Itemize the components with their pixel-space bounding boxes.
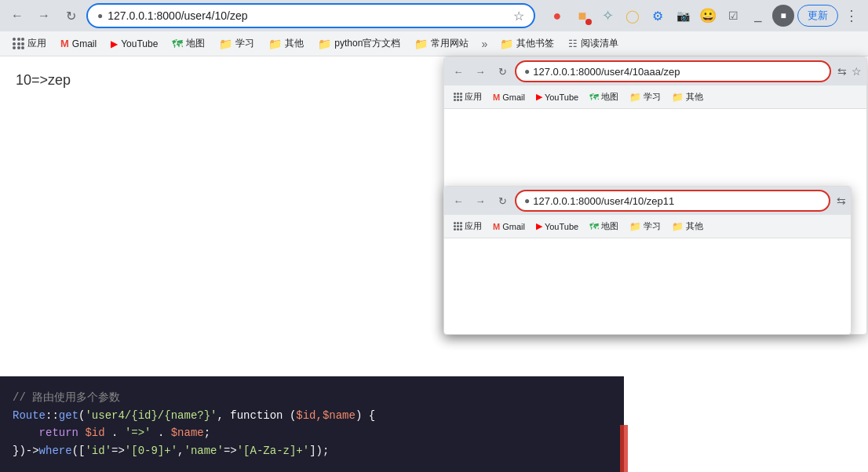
popup2-apps-icon [454, 222, 462, 231]
security-icon: ● [97, 10, 103, 21]
popup1-maps-label: 地图 [601, 91, 618, 103]
popup2-translate-icon[interactable]: ⇆ [837, 194, 846, 207]
popup1-address-text: 127.0.0.1:8000/user4/10aaa/zep [533, 66, 680, 78]
popup2-security-icon: ● [524, 195, 530, 206]
extension-icon-5[interactable]: ⚙ [647, 5, 669, 27]
popup2-bookmark-apps[interactable]: 应用 [449, 219, 487, 234]
folder-study-icon: 📁 [219, 38, 232, 50]
popup1-back[interactable]: ← [449, 62, 468, 81]
bookmark-study[interactable]: 📁 学习 [213, 34, 261, 53]
apps-label: 应用 [27, 37, 46, 50]
popup1-other-icon: 📁 [672, 92, 684, 103]
popup1-bookmark-apps[interactable]: 应用 [449, 89, 487, 104]
code-comment: // 路由使用多个参数 [13, 391, 120, 404]
browser-chrome: ← → ↻ ● 127.0.0.1:8000/user4/10/zep ☆ ● … [0, 0, 868, 31]
popup1-forward[interactable]: → [471, 62, 490, 81]
other-label: 其他 [285, 37, 304, 50]
popup1-maps-icon: 🗺 [589, 92, 599, 103]
popup1-apps-icon [454, 93, 462, 101]
popup1-bookmark-maps[interactable]: 🗺 地图 [585, 89, 623, 104]
popup-browser-2: ← → ↻ ● 127.0.0.1:8000/user4/10/zep11 ⇆ … [443, 186, 852, 335]
python-label: python官方文档 [334, 37, 400, 50]
bookmark-youtube[interactable]: ▶ YouTube [104, 36, 164, 52]
popup1-gmail-label: Gmail [502, 93, 525, 102]
code-line-2: Route::get('user4/{id}/{name?}', functio… [13, 407, 611, 424]
maps-label: 地图 [186, 37, 205, 50]
maps-icon: 🗺 [172, 38, 183, 50]
bookmark-python[interactable]: 📁 python官方文档 [312, 34, 407, 53]
toolbar-icons: ● ■ ✧ ◯ ⚙ 📷 😀 ☑ ⎯ ■ 更新 ⋮ [546, 4, 862, 27]
popup-chrome-2: ← → ↻ ● 127.0.0.1:8000/user4/10/zep11 ⇆ [444, 187, 851, 215]
forward-button[interactable]: → [33, 5, 55, 27]
extension-icon-9[interactable]: ⎯ [747, 5, 769, 27]
reload-button[interactable]: ↻ [60, 5, 82, 27]
popup2-study-icon: 📁 [629, 221, 641, 232]
code-route: Route [13, 409, 46, 422]
folder-python-icon: 📁 [318, 38, 331, 50]
other2-label: 其他书签 [516, 37, 554, 50]
popup2-bookmark-gmail[interactable]: M Gmail [488, 220, 530, 233]
popup2-bookmark-study[interactable]: 📁 学习 [625, 219, 666, 234]
folder-other-icon: 📁 [268, 38, 282, 50]
update-button[interactable]: 更新 [797, 5, 838, 27]
gmail-label: Gmail [72, 38, 97, 49]
extension-icon-2[interactable]: ■ [571, 5, 593, 27]
popup2-other-icon: 📁 [672, 221, 684, 232]
popup1-address-bar[interactable]: ● 127.0.0.1:8000/user4/10aaa/zep [515, 60, 831, 82]
bookmark-maps[interactable]: 🗺 地图 [166, 34, 211, 53]
bookmark-gmail[interactable]: M Gmail [54, 35, 103, 52]
popup2-back[interactable]: ← [449, 191, 468, 210]
popup1-bookmark-other[interactable]: 📁 其他 [667, 89, 708, 104]
popup2-gmail-icon: M [493, 222, 500, 231]
bookmark-reader[interactable]: ☷ 阅读清单 [562, 34, 625, 53]
bookmark-other[interactable]: 📁 其他 [262, 34, 310, 53]
popup1-bookmark-study[interactable]: 📁 学习 [625, 89, 666, 104]
popup1-bookmark-gmail[interactable]: M Gmail [488, 91, 530, 103]
address-text: 127.0.0.1:8000/user4/10/zep [108, 9, 509, 22]
extension-icon-8[interactable]: ☑ [722, 5, 744, 27]
popup2-address-bar[interactable]: ● 127.0.0.1:8000/user4/10/zep11 [515, 190, 830, 212]
extension-icon-4[interactable]: ◯ [622, 5, 644, 27]
gmail-icon: M [60, 38, 69, 49]
bookmark-star-icon[interactable]: ☆ [513, 9, 524, 24]
extension-icon-6[interactable]: 📷 [672, 5, 694, 27]
popup1-translate-icon[interactable]: ⇆ [837, 65, 847, 78]
popup1-study-label: 学习 [644, 91, 661, 103]
more-bookmarks[interactable]: » [476, 35, 492, 53]
menu-button[interactable]: ⋮ [841, 4, 862, 27]
popup2-bookmark-other[interactable]: 📁 其他 [667, 219, 708, 234]
popup1-bookmarks: 应用 M Gmail ▶ YouTube 🗺 地图 📁 学习 📁 其他 [444, 85, 866, 109]
popup1-youtube-icon: ▶ [536, 92, 542, 102]
back-button[interactable]: ← [6, 5, 28, 27]
bookmarks-bar: 应用 M Gmail ▶ YouTube 🗺 地图 📁 学习 📁 其他 📁 py… [0, 31, 868, 56]
popup2-forward[interactable]: → [471, 191, 490, 210]
youtube-label: YouTube [121, 38, 158, 49]
popup1-bookmark-youtube[interactable]: ▶ YouTube [531, 90, 583, 103]
extension-icon-7[interactable]: 😀 [697, 5, 719, 27]
address-bar[interactable]: ● 127.0.0.1:8000/user4/10/zep ☆ [86, 3, 535, 28]
reader-icon: ☷ [568, 38, 578, 49]
bookmark-apps[interactable]: 应用 [6, 34, 53, 53]
red-bar [620, 425, 628, 472]
popup1-study-icon: 📁 [629, 92, 641, 103]
popup2-bookmark-maps[interactable]: 🗺 地图 [585, 219, 623, 234]
code-line-4: })->where(['id'=>'[0-9]+','name'=>'[A-Za… [13, 442, 611, 459]
reader-label: 阅读清单 [581, 37, 618, 50]
study-label: 学习 [235, 37, 254, 50]
bookmark-common[interactable]: 📁 常用网站 [408, 34, 475, 53]
bookmark-other2[interactable]: 📁 其他书签 [494, 34, 560, 53]
popup1-star-icon[interactable]: ☆ [852, 65, 862, 78]
extension-icon-1[interactable]: ● [546, 5, 568, 27]
extension-icon-3[interactable]: ✧ [596, 5, 618, 27]
popup2-apps-label: 应用 [465, 220, 482, 232]
popup2-bookmark-youtube[interactable]: ▶ YouTube [531, 220, 583, 233]
popup1-reload[interactable]: ↻ [493, 62, 512, 81]
popup2-bookmarks: 应用 M Gmail ▶ YouTube 🗺 地图 📁 学习 📁 其他 [444, 215, 851, 238]
popup2-other-label: 其他 [686, 220, 703, 232]
popup1-youtube-label: YouTube [545, 93, 578, 102]
common-label: 常用网站 [431, 37, 469, 50]
profile-icon[interactable]: ■ [772, 5, 794, 27]
popup1-gmail-icon: M [493, 93, 500, 102]
popup1-other-label: 其他 [686, 91, 703, 103]
popup2-reload[interactable]: ↻ [493, 191, 512, 210]
